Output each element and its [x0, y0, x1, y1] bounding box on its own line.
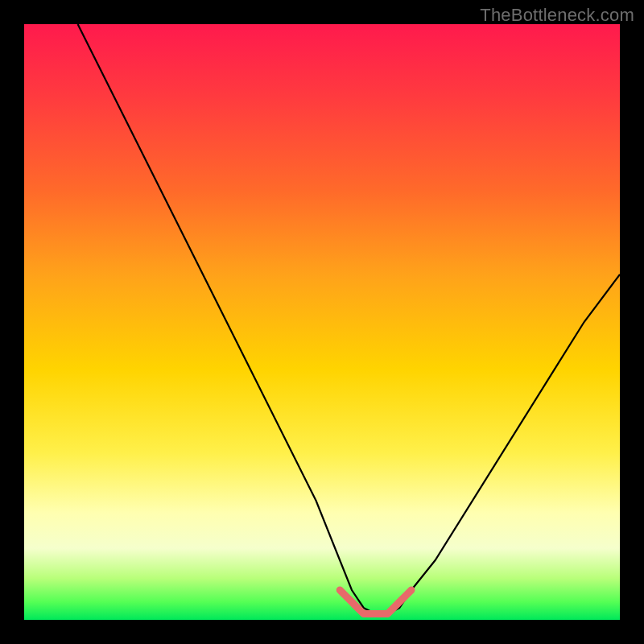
optimal-range-marker	[340, 590, 411, 614]
chart-svg	[24, 24, 620, 620]
bottleneck-curve	[78, 24, 620, 614]
chart-frame: TheBottleneck.com	[0, 0, 644, 644]
watermark-text: TheBottleneck.com	[480, 5, 634, 26]
plot-area	[24, 24, 620, 620]
